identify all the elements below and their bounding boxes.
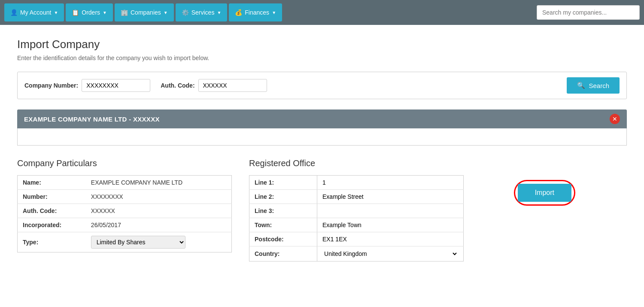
postcode-value [317,232,464,246]
line2-label: Line 2: [249,190,317,204]
auth-code-label: Auth. Code: [161,82,194,89]
close-result-button[interactable]: ✕ [610,114,620,124]
search-icon: 🔍 [577,82,585,89]
country-value: United Kingdom United States Canada Aust… [317,246,464,261]
account-icon: 👤 [10,9,18,16]
registered-office-title: Registered Office [249,158,464,168]
table-row: Line 1: [249,176,464,190]
nav-my-account-label: My Account [20,9,51,16]
chevron-down-icon: ▼ [272,10,276,15]
table-row: Postcode: [249,232,464,246]
nav-my-account[interactable]: 👤 My Account ▼ [4,3,64,21]
line3-label: Line 3: [249,204,317,218]
company-particulars-title: Company Particulars [17,158,232,168]
postcode-label: Postcode: [249,232,317,246]
incorporated-label: Incorporated: [18,218,86,232]
services-icon: ⚙️ [182,9,189,16]
import-form: Company Number: Auth. Code: 🔍 Search [17,72,627,99]
name-value: EXAMPLE COMPANY NAME LTD [86,176,232,190]
nav-finances[interactable]: 💰 Finances ▼ [229,3,282,21]
line2-input[interactable] [322,193,458,200]
auth-code-label: Auth. Code: [18,204,86,218]
name-label: Name: [18,176,86,190]
line1-input[interactable] [322,179,458,186]
town-value [317,218,464,232]
town-input[interactable] [322,222,458,228]
line3-input[interactable] [322,207,458,214]
page-subtitle: Enter the identification details for the… [17,55,627,61]
table-row: Auth. Code: XXXXXX [18,204,232,218]
table-row: Type: Limited By Shares Limited By Guara… [18,232,232,252]
search-label: Search [589,82,609,89]
nav-companies[interactable]: 🏢 Companies ▼ [115,3,174,21]
nav-items: 👤 My Account ▼ 📋 Orders ▼ 🏢 Companies ▼ … [4,3,537,21]
postcode-input[interactable] [322,236,458,243]
line1-value [317,176,464,190]
table-row: Number: XXXXXXXX [18,190,232,204]
line2-value [317,190,464,204]
chevron-down-icon: ▼ [54,10,58,15]
table-row: Town: [249,218,464,232]
finances-icon: 💰 [235,9,242,16]
table-row: Line 3: [249,204,464,218]
page-title: Import Company [17,38,627,51]
nav-services-label: Services [191,9,215,16]
type-label: Type: [18,232,86,252]
particulars-table: Name: EXAMPLE COMPANY NAME LTD Number: X… [17,175,232,252]
search-input[interactable] [537,5,640,20]
table-row: Line 2: [249,190,464,204]
navbar: 👤 My Account ▼ 📋 Orders ▼ 🏢 Companies ▼ … [0,0,644,25]
registered-office: Registered Office Line 1: Line 2: Line 3… [249,158,464,261]
import-button[interactable]: Import [518,184,571,202]
main-content: Import Company Enter the identification … [0,25,644,307]
town-label: Town: [249,218,317,232]
nav-orders-label: Orders [82,9,100,16]
chevron-down-icon: ▼ [164,10,168,15]
auth-code-input[interactable] [198,79,267,92]
nav-companies-label: Companies [131,9,161,16]
search-area [537,5,640,20]
chevron-down-icon: ▼ [217,10,221,15]
import-button-highlight: Import [514,180,575,206]
line1-label: Line 1: [249,176,317,190]
incorporated-value: 26/05/2017 [86,218,232,232]
auth-code-value: XXXXXX [86,204,232,218]
company-number-input[interactable] [82,79,150,92]
search-button[interactable]: 🔍 Search [567,77,620,94]
nav-services[interactable]: ⚙️ Services ▼ [176,3,228,21]
result-bar: EXAMPLE COMPANY NAME LTD - XXXXXX ✕ [17,109,627,128]
chevron-down-icon: ▼ [103,10,107,15]
number-value: XXXXXXXX [86,190,232,204]
company-number-label: Company Number: [24,82,78,89]
table-row: Incorporated: 26/05/2017 [18,218,232,232]
details-section: Company Particulars Name: EXAMPLE COMPAN… [17,158,627,261]
orders-icon: 📋 [72,9,79,16]
type-value: Limited By Shares Limited By Guarantee U… [86,232,232,252]
nav-finances-label: Finances [245,9,269,16]
country-label: Country: [249,246,317,261]
type-select[interactable]: Limited By Shares Limited By Guarantee U… [91,236,185,249]
result-content [17,128,627,146]
table-row: Name: EXAMPLE COMPANY NAME LTD [18,176,232,190]
table-row: Country: United Kingdom United States Ca… [249,246,464,261]
registered-table: Line 1: Line 2: Line 3: [249,175,464,261]
country-select[interactable]: United Kingdom United States Canada Aust… [322,250,458,258]
number-label: Number: [18,190,86,204]
import-area: Import [481,158,575,206]
result-company-name: EXAMPLE COMPANY NAME LTD - XXXXXX [24,116,160,123]
nav-orders[interactable]: 📋 Orders ▼ [66,3,113,21]
company-particulars: Company Particulars Name: EXAMPLE COMPAN… [17,158,232,252]
companies-icon: 🏢 [121,9,128,16]
line3-value [317,204,464,218]
